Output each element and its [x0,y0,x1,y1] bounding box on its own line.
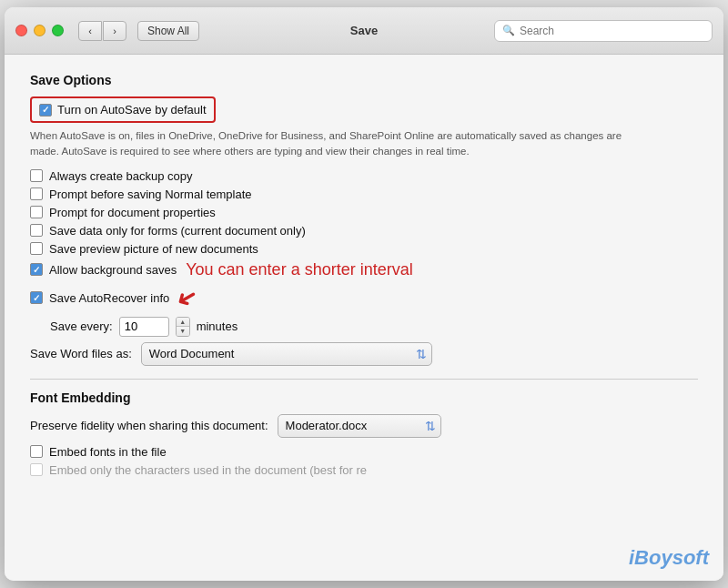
option-label-2: Prompt for document properties [49,206,216,219]
section-divider [30,379,698,380]
option-checkbox-5[interactable] [30,263,43,276]
option-label-0: Always create backup copy [49,169,193,183]
preserve-label: Preserve fidelity when sharing this docu… [30,419,268,432]
close-button[interactable] [15,25,27,36]
save-every-input[interactable] [119,317,169,337]
search-input[interactable] [520,25,704,37]
font-embedding-title: Font Embedding [30,390,698,405]
save-as-dropdown[interactable]: Word Document [141,342,432,366]
option-row-6: Save AutoRecover info [30,291,169,305]
minimize-button[interactable] [34,25,46,36]
font-embedding-section: Font Embedding Preserve fidelity when sh… [30,390,698,477]
save-as-row: Save Word files as: Word Document ⇅ [30,342,698,366]
minutes-label: minutes [197,319,238,333]
option-label-4: Save preview picture of new documents [49,242,258,256]
option-checkbox-2[interactable] [30,206,43,218]
save-options-title: Save Options [30,73,698,87]
option-checkbox-1[interactable] [30,188,43,200]
search-bar[interactable]: 🔍 [494,20,713,42]
save-every-row: Save every: ▲ ▼ minutes [50,317,698,337]
stepper-up[interactable]: ▲ [177,318,189,328]
maximize-button[interactable] [52,25,64,36]
autosave-box: Turn on AutoSave by default [30,96,216,123]
autosave-checkbox[interactable] [39,104,52,117]
option-row-0: Always create backup copy [30,169,698,183]
option-checkbox-4[interactable] [30,242,43,255]
nav-buttons: ‹ › [78,21,126,41]
annotation-text: You can enter a shorter interval [186,260,413,279]
save-every-label: Save every: [50,319,113,333]
save-preferences-window: ‹ › Show All Save 🔍 Save Options Turn on… [5,7,723,581]
autosave-description: When AutoSave is on, files in OneDrive, … [30,128,649,160]
option-label-5: Allow background saves [49,263,177,277]
option-checkbox-3[interactable] [30,224,43,237]
window-title: Save [350,24,378,37]
search-icon: 🔍 [502,25,515,36]
option-label-1: Prompt before saving Normal template [49,188,252,201]
show-all-button[interactable]: Show All [137,21,199,41]
traffic-lights [15,25,64,36]
embed-chars-row: Embed only the characters used in the do… [30,463,698,477]
autosave-label: Turn on AutoSave by default [57,103,207,117]
preserve-value: Moderator.docx [286,419,368,432]
embed-fonts-label: Embed fonts in the file [49,445,167,459]
embed-fonts-row: Embed fonts in the file [30,445,698,459]
arrow-icon: ➜ [171,279,204,316]
back-button[interactable]: ‹ [78,21,102,41]
option-label-6: Save AutoRecover info [49,291,169,305]
forward-button[interactable]: › [103,21,126,41]
save-every-stepper[interactable]: ▲ ▼ [176,317,190,337]
preserve-dropdown-wrapper: Moderator.docx ⇅ [278,414,441,438]
embed-chars-checkbox[interactable] [30,463,43,476]
stepper-down[interactable]: ▼ [177,327,189,336]
preserve-row: Preserve fidelity when sharing this docu… [30,414,698,438]
embed-chars-label: Embed only the characters used in the do… [49,463,367,477]
option-checkbox-0[interactable] [30,169,43,182]
preserve-dropdown[interactable]: Moderator.docx [278,414,441,438]
embed-fonts-checkbox[interactable] [30,445,43,458]
option-row-5: Allow background saves [30,263,177,277]
option-checkbox-6[interactable] [30,291,43,304]
save-as-dropdown-wrapper: Word Document ⇅ [141,342,432,366]
save-as-value: Word Document [149,347,235,360]
option-row-3: Save data only for forms (current docume… [30,224,698,238]
titlebar: ‹ › Show All Save 🔍 [5,7,723,55]
option-row-4: Save preview picture of new documents [30,242,698,256]
option-row-1: Prompt before saving Normal template [30,188,698,201]
option-label-3: Save data only for forms (current docume… [49,224,306,238]
content-area: Save Options Turn on AutoSave by default… [5,55,723,581]
save-as-label: Save Word files as: [30,347,132,360]
option-row-2: Prompt for document properties [30,206,698,219]
